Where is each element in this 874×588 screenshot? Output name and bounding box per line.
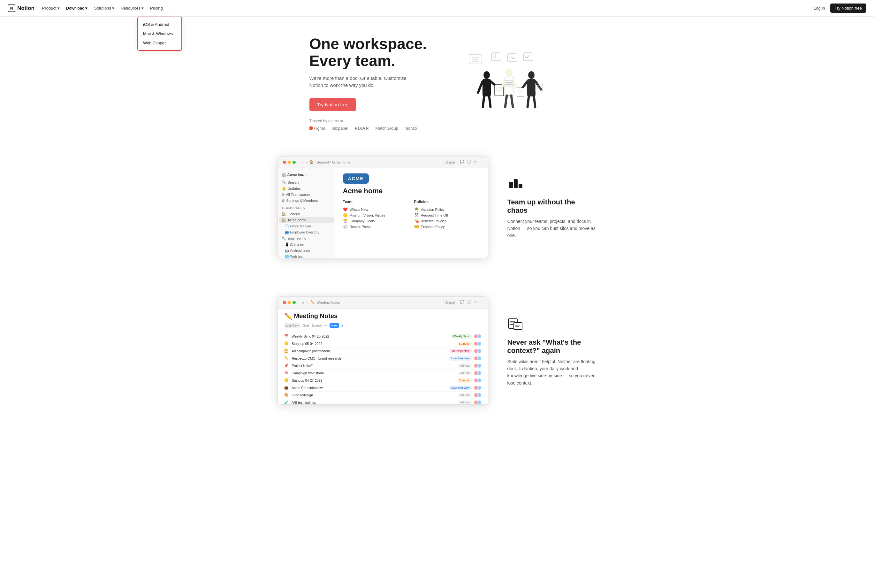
row-emoji: 📌: [284, 363, 289, 368]
nav-pricing[interactable]: Pricing: [150, 6, 163, 10]
nav-left: N Notion Product ▾ Download ▾ Solutions …: [7, 4, 163, 12]
row-emoji: 🧪: [284, 400, 289, 404]
star-icon[interactable]: ☆: [474, 160, 477, 165]
brand-name: Notion: [17, 5, 34, 12]
feature-title-1: Team up without the chaos: [507, 198, 597, 214]
search-icon: 🔍: [282, 180, 286, 184]
acme-link-recent-press[interactable]: 📰 Recent Press: [343, 224, 409, 230]
sidebar-engineering[interactable]: 🔧 Engineering: [278, 236, 335, 242]
search-button[interactable]: Search: [312, 324, 322, 327]
nav-back[interactable]: ‹: [302, 160, 303, 164]
row-tag: Retrospective: [450, 349, 472, 353]
nav-menu-icon[interactable]: ≡: [302, 300, 304, 304]
window-actions-1: Share 💬 🕐 ☆ ···: [443, 160, 483, 165]
clock-icon[interactable]: 🕐: [467, 160, 471, 165]
sidebar-general[interactable]: 🏠 General: [278, 211, 335, 217]
window-actions-2: Share 💬 🕐 ☆ ···: [443, 300, 483, 305]
avatar-2: [477, 356, 481, 361]
traffic-lights-1: [283, 160, 296, 164]
dropdown-ios-android[interactable]: iOS & Android: [138, 20, 181, 29]
traffic-light-green: [292, 160, 296, 164]
clock-icon-2[interactable]: 🕐: [467, 300, 471, 305]
sidebar-employee-directory[interactable]: 👥 Employee Directory: [278, 230, 335, 236]
logo-matchgroup: MatchGroup: [375, 126, 398, 130]
share-button-2[interactable]: Share: [443, 300, 457, 305]
star-icon-2[interactable]: ☆: [474, 300, 477, 305]
sidebar-search[interactable]: 🔍 Search: [278, 180, 335, 186]
logo[interactable]: N Notion: [7, 4, 34, 12]
nav-product[interactable]: Product ▾: [42, 6, 60, 10]
comment-icon-2[interactable]: 💬: [460, 300, 464, 305]
svg-rect-56: [514, 322, 522, 330]
nav-solutions[interactable]: Solutions ▾: [94, 6, 114, 10]
logo-pixar: PIXAR: [355, 126, 369, 130]
svg-line-15: [483, 96, 484, 107]
nav-back-2[interactable]: ‹: [307, 300, 308, 304]
feature-row-1: ‹ › 🏠 General / Acme home Share 💬 🕐 ☆ ··…: [277, 156, 597, 258]
avatar-2: [477, 371, 481, 375]
svg-line-33: [505, 96, 507, 107]
list-view-button[interactable]: List View: [284, 323, 301, 328]
sidebar-web-team[interactable]: 🌐 Web team: [278, 254, 335, 258]
traffic-light-red: [283, 160, 286, 164]
acme-link-company-goals[interactable]: 🏆 Company Goals: [343, 218, 409, 224]
login-button[interactable]: Log in: [814, 6, 825, 10]
acme-home-title: Acme home: [343, 187, 480, 195]
vacation-icon: 🌴: [414, 207, 419, 212]
hero-cta-button[interactable]: Try Notion free: [309, 98, 356, 111]
row-tag: Ad Hoc: [458, 363, 472, 368]
window-chrome-1: ‹ › 🏠 General / Acme home Share 💬 🕐 ☆ ··…: [278, 156, 488, 168]
svg-rect-6: [493, 54, 496, 57]
dropdown-chevron[interactable]: ▾: [342, 324, 343, 327]
notion-window-2: ≡ ‹ ✏️ Meeting Notes Share 💬 🕐 ☆ ··· ✏️: [277, 296, 488, 405]
acme-link-benefits[interactable]: 💊 Benefits Policies: [414, 218, 480, 224]
updates-icon: 🔔: [282, 186, 286, 190]
acme-link-vacation[interactable]: 🌴 Vacation Policy: [414, 207, 480, 212]
sidebar-acme-home[interactable]: 🏠 Acme home: [279, 217, 334, 223]
feature-desc-2: Stale wikis aren't helpful. Neither are …: [507, 358, 597, 387]
row-tag: User Interview: [449, 386, 472, 390]
sidebar-settings[interactable]: ⚙ Settings & Members: [278, 198, 335, 204]
hero-right: Aa: [444, 51, 565, 115]
sidebar-android-team[interactable]: 🤖 Android team: [278, 248, 335, 254]
more-icon-2[interactable]: ···: [480, 300, 483, 305]
sidebar-all-teamspaces[interactable]: ⊞ All Teamspaces: [278, 192, 335, 198]
hero-title: One workspace. Every team.: [309, 36, 431, 70]
share-button[interactable]: Share: [443, 160, 457, 165]
team-column: Team ❤️ What's New 🟡 Mission, Vision, Va…: [343, 200, 409, 230]
row-emoji: 🔀: [284, 349, 289, 353]
acme-link-whats-new[interactable]: ❤️ What's New: [343, 207, 409, 212]
sort-button[interactable]: Sort: [303, 324, 309, 327]
nav-download[interactable]: Download ▾: [66, 6, 88, 10]
comment-icon[interactable]: 💬: [460, 160, 464, 165]
nav-links: Product ▾ Download ▾ Solutions ▾ Resourc…: [42, 6, 163, 10]
acme-link-time-off[interactable]: ⏰ Request Time Off: [414, 212, 480, 218]
row-tag: Standup: [457, 378, 472, 382]
nav-resources[interactable]: Resources ▾: [121, 6, 144, 10]
row-title: Standup 04-27-2022: [292, 378, 453, 382]
sidebar-updates[interactable]: 🔔 Updates: [278, 186, 335, 192]
acme-link-expense[interactable]: 💳 Expense Policy: [414, 224, 480, 230]
row-emoji: 🎨: [284, 393, 289, 397]
row-emoji: 📅: [284, 334, 289, 338]
traffic-light-green-2: [292, 301, 296, 304]
row-title: A/B test findings: [292, 400, 455, 404]
feature-row-2: ≡ ‹ ✏️ Meeting Notes Share 💬 🕐 ☆ ··· ✏️: [277, 296, 597, 405]
acme-link-mission[interactable]: 🟡 Mission, Vision, Values: [343, 212, 409, 218]
dropdown-web-clipper[interactable]: Web Clipper: [138, 38, 181, 48]
avatar-2: [477, 341, 481, 346]
more-icon[interactable]: ···: [480, 160, 483, 165]
nav-forward[interactable]: ›: [306, 160, 307, 164]
row-title: Ad campaign postmortem: [292, 349, 447, 353]
try-free-button[interactable]: Try Notion free: [830, 3, 867, 13]
row-avatars: [475, 334, 481, 339]
feature-title-2: Never ask "What's the context?" again: [507, 338, 597, 355]
more-toolbar-icon[interactable]: ···: [324, 324, 327, 327]
sidebar-office-manual[interactable]: 📄 Office Manual: [278, 223, 335, 230]
dropdown-mac-windows[interactable]: Mac & Windows: [138, 29, 181, 38]
logo-mixpanel: mixpanel: [332, 126, 348, 130]
new-badge[interactable]: New: [330, 323, 339, 328]
row-tag: Weekly Sync: [451, 334, 472, 339]
row-emoji: ✏️: [284, 356, 289, 360]
sidebar-ios-team[interactable]: 📱 iOS team: [278, 242, 335, 248]
